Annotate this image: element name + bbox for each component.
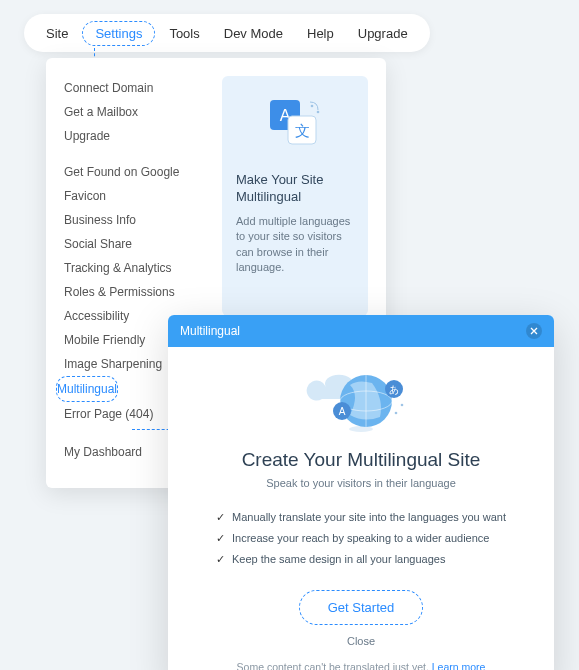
menu-connect-domain[interactable]: Connect Domain — [64, 76, 214, 100]
menu-tracking-analytics[interactable]: Tracking & Analytics — [64, 256, 214, 280]
modal-header: Multilingual — [168, 315, 554, 347]
svg-text:あ: あ — [389, 384, 399, 395]
svg-text:A: A — [339, 406, 346, 417]
info-card-title: Make Your Site Multilingual — [236, 172, 354, 206]
bullet-item: ✓ Manually translate your site into the … — [216, 507, 506, 528]
menu-get-found-google[interactable]: Get Found on Google — [64, 160, 214, 184]
modal-subtitle: Speak to your visitors in their language — [194, 477, 528, 489]
top-toolbar: Site Settings Tools Dev Mode Help Upgrad… — [24, 14, 430, 52]
bullet-item: ✓ Increase your reach by speaking to a w… — [216, 528, 506, 549]
svg-text:文: 文 — [295, 122, 310, 139]
learn-more-link[interactable]: Learn more — [432, 661, 486, 670]
globe-icon: A あ — [194, 365, 528, 435]
menu-multilingual[interactable]: Multilingual — [56, 376, 118, 402]
toolbar-upgrade[interactable]: Upgrade — [346, 16, 420, 51]
menu-roles-permissions[interactable]: Roles & Permissions — [64, 280, 214, 304]
multilingual-modal: Multilingual A あ Create Your Multilingua… — [168, 315, 554, 670]
modal-footnote: Some content can't be translated just ye… — [194, 661, 528, 670]
toolbar-help[interactable]: Help — [295, 16, 346, 51]
toolbar-dev-mode[interactable]: Dev Mode — [212, 16, 295, 51]
toolbar-tools[interactable]: Tools — [157, 16, 211, 51]
translate-icon: A 文 — [236, 94, 354, 154]
check-icon: ✓ — [216, 532, 232, 545]
svg-point-4 — [311, 105, 314, 108]
get-started-button[interactable]: Get Started — [299, 590, 423, 625]
svg-point-14 — [401, 404, 404, 407]
bullet-text: Keep the same design in all your languag… — [232, 553, 445, 565]
check-icon: ✓ — [216, 511, 232, 524]
toolbar-settings[interactable]: Settings — [82, 21, 155, 46]
close-link[interactable]: Close — [194, 635, 528, 647]
svg-point-13 — [395, 412, 398, 415]
menu-favicon[interactable]: Favicon — [64, 184, 214, 208]
menu-business-info[interactable]: Business Info — [64, 208, 214, 232]
modal-title: Create Your Multilingual Site — [194, 449, 528, 471]
toolbar-site[interactable]: Site — [34, 16, 80, 51]
modal-header-title: Multilingual — [180, 324, 240, 338]
info-card: A 文 Make Your Site Multilingual Add mult… — [222, 76, 368, 316]
bullet-text: Increase your reach by speaking to a wid… — [232, 532, 489, 544]
bullet-item: ✓ Keep the same design in all your langu… — [216, 549, 506, 570]
check-icon: ✓ — [216, 553, 232, 566]
info-card-desc: Add multiple languages to your site so v… — [236, 214, 354, 276]
close-icon[interactable] — [526, 323, 542, 339]
menu-upgrade[interactable]: Upgrade — [64, 124, 214, 148]
menu-social-share[interactable]: Social Share — [64, 232, 214, 256]
modal-bullets: ✓ Manually translate your site into the … — [216, 507, 506, 570]
menu-get-mailbox[interactable]: Get a Mailbox — [64, 100, 214, 124]
bullet-text: Manually translate your site into the la… — [232, 511, 506, 523]
svg-point-5 — [317, 111, 320, 114]
svg-point-6 — [349, 426, 373, 432]
